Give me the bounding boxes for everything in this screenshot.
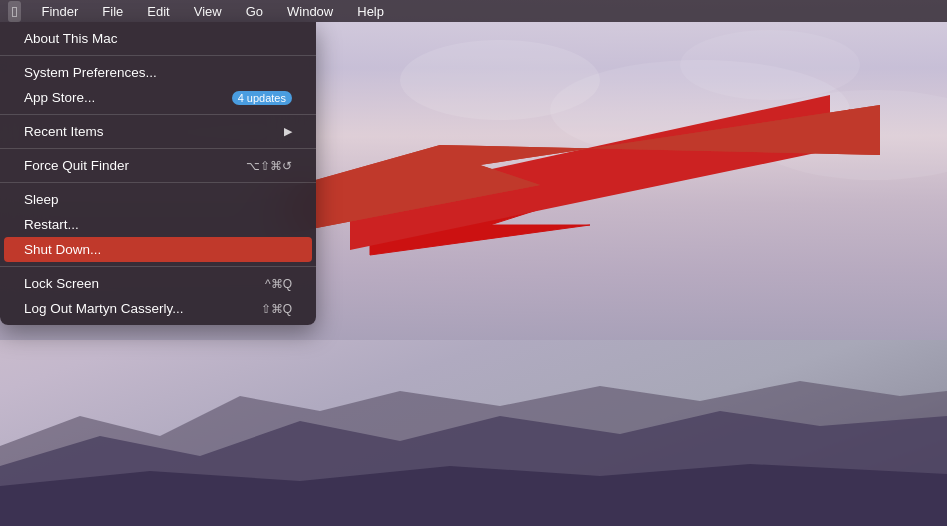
lock-screen-shortcut: ^⌘Q — [265, 277, 292, 291]
menubar-help[interactable]: Help — [353, 2, 388, 21]
menu-separator-3 — [0, 148, 316, 149]
restart-label: Restart... — [24, 217, 79, 232]
menubar-window[interactable]: Window — [283, 2, 337, 21]
force-quit-label: Force Quit Finder — [24, 158, 129, 173]
mountains — [0, 326, 947, 526]
menu-separator-5 — [0, 266, 316, 267]
menu-item-app-store[interactable]: App Store... 4 updates — [4, 85, 312, 110]
menubar-go[interactable]: Go — [242, 2, 267, 21]
force-quit-shortcut: ⌥⇧⌘↺ — [246, 159, 292, 173]
menubar-edit[interactable]: Edit — [143, 2, 173, 21]
menu-item-sleep[interactable]: Sleep — [4, 187, 312, 212]
menubar-finder[interactable]: Finder — [37, 2, 82, 21]
app-store-label: App Store... — [24, 90, 95, 105]
logout-shortcut: ⇧⌘Q — [261, 302, 292, 316]
menu-separator-4 — [0, 182, 316, 183]
recent-items-label: Recent Items — [24, 124, 104, 139]
red-arrow-main — [240, 85, 890, 265]
apple-menu-button[interactable]:  — [8, 1, 21, 22]
system-prefs-label: System Preferences... — [24, 65, 157, 80]
apple-dropdown-menu: About This Mac System Preferences... App… — [0, 22, 316, 325]
menubar-view[interactable]: View — [190, 2, 226, 21]
recent-items-arrow-icon: ▶ — [284, 125, 292, 138]
menu-item-about[interactable]: About This Mac — [4, 26, 312, 51]
svg-marker-2 — [0, 464, 947, 526]
about-label: About This Mac — [24, 31, 118, 46]
menu-separator-1 — [0, 55, 316, 56]
menu-separator-2 — [0, 114, 316, 115]
menu-item-recent-items[interactable]: Recent Items ▶ — [4, 119, 312, 144]
lock-screen-label: Lock Screen — [24, 276, 99, 291]
menu-item-force-quit[interactable]: Force Quit Finder ⌥⇧⌘↺ — [4, 153, 312, 178]
menu-item-logout[interactable]: Log Out Martyn Casserly... ⇧⌘Q — [4, 296, 312, 321]
menu-item-shutdown[interactable]: Shut Down... — [4, 237, 312, 262]
menubar:  Finder File Edit View Go Window Help — [0, 0, 947, 22]
logout-label: Log Out Martyn Casserly... — [24, 301, 184, 316]
menu-item-restart[interactable]: Restart... — [4, 212, 312, 237]
menu-item-system-prefs[interactable]: System Preferences... — [4, 60, 312, 85]
menubar-file[interactable]: File — [98, 2, 127, 21]
app-store-badge: 4 updates — [232, 91, 292, 105]
menu-item-lock-screen[interactable]: Lock Screen ^⌘Q — [4, 271, 312, 296]
svg-marker-6 — [280, 105, 880, 235]
shutdown-label: Shut Down... — [24, 242, 101, 257]
sleep-label: Sleep — [24, 192, 59, 207]
